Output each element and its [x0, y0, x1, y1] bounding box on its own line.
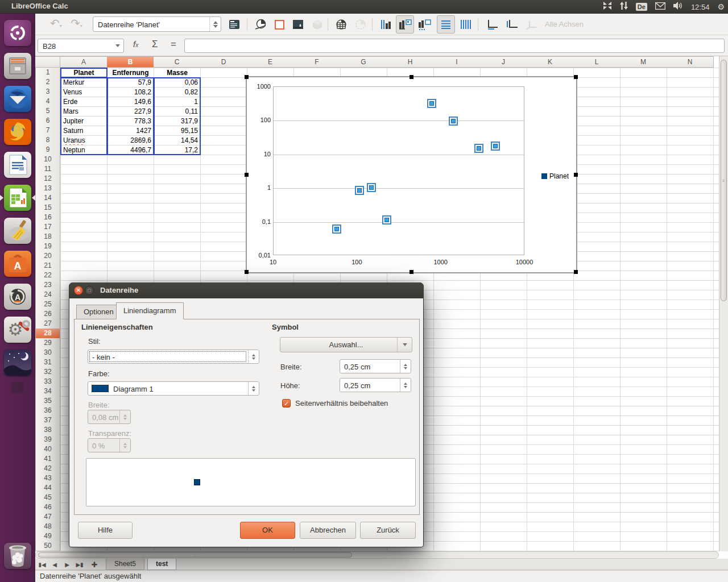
horizontal-grids-button[interactable]: [437, 15, 455, 34]
row-header-9[interactable]: 9: [35, 145, 60, 155]
row-header-26[interactable]: 26: [35, 309, 60, 319]
row-header-46[interactable]: 46: [35, 502, 60, 513]
style-combobox-spin[interactable]: [248, 350, 259, 363]
row-header-6[interactable]: 6: [35, 116, 60, 126]
row-header-49[interactable]: 49: [35, 531, 60, 542]
column-header-N[interactable]: N: [667, 56, 714, 68]
row-header-10[interactable]: 10: [35, 155, 60, 165]
chart-selection-handle[interactable]: [574, 75, 578, 79]
row-header-8[interactable]: 8: [35, 135, 60, 146]
symbol-select-dropdown-icon[interactable]: [397, 338, 412, 352]
keyboard-layout-indicator[interactable]: De: [636, 3, 647, 11]
indicator-pinwheel-icon[interactable]: [603, 2, 612, 12]
cell-C1[interactable]: Masse: [154, 68, 200, 77]
row-header-19[interactable]: 19: [35, 242, 60, 252]
volume-icon[interactable]: [673, 2, 683, 12]
column-header-K[interactable]: K: [527, 56, 574, 68]
launcher-item-firefox[interactable]: [4, 119, 31, 145]
network-updown-icon[interactable]: [620, 2, 628, 12]
row-header-34[interactable]: 34: [35, 386, 60, 397]
cancel-button[interactable]: Abbrechen: [300, 522, 356, 539]
dialog-title-bar[interactable]: ✕ ▢ Datenreihe: [69, 282, 424, 298]
chart-type-button[interactable]: [251, 15, 270, 34]
z-axis-button[interactable]: [522, 15, 540, 34]
chart-object[interactable]: Planet 0,010,1110100100010100100010000: [246, 76, 577, 273]
chart-selection-handle[interactable]: [245, 270, 249, 274]
name-box-dropdown[interactable]: [112, 39, 123, 52]
sum-button[interactable]: Σ: [152, 39, 158, 50]
all-axes-button[interactable]: Alle Achsen: [545, 20, 584, 28]
launcher-item-screensaver[interactable]: [4, 350, 31, 376]
data-point-saturn[interactable]: [451, 119, 456, 123]
launcher-item-file-manager[interactable]: [4, 53, 31, 79]
row-header-39[interactable]: 39: [35, 435, 60, 445]
launcher-item-writer[interactable]: [4, 152, 31, 178]
color-combobox[interactable]: Diagramm 1: [88, 381, 259, 396]
row-header-37[interactable]: 37: [35, 415, 60, 426]
launcher-item-system-settings[interactable]: ⚙: [4, 317, 31, 343]
last-sheet-button[interactable]: ▶▮: [75, 560, 84, 569]
sheet-tab-sheet5[interactable]: Sheet5: [106, 559, 144, 570]
data-table-button[interactable]: [332, 15, 350, 34]
message-envelope-icon[interactable]: [655, 2, 665, 12]
row-header-33[interactable]: 33: [35, 377, 60, 387]
data-point-erde[interactable]: [369, 185, 374, 190]
chart-3d-view-button[interactable]: [308, 15, 326, 34]
row-header-3[interactable]: 3: [35, 87, 60, 97]
back-button[interactable]: Zurück: [360, 522, 416, 539]
row-header-25[interactable]: 25: [35, 300, 60, 310]
symbol-width-spin-buttons[interactable]: [400, 360, 411, 373]
row-header-31[interactable]: 31: [35, 357, 60, 368]
column-header-J[interactable]: J: [480, 56, 527, 68]
help-button[interactable]: Hilfe: [78, 522, 133, 539]
row-header-45[interactable]: 45: [35, 493, 60, 503]
prev-sheet-button[interactable]: ◀: [50, 560, 59, 569]
launcher-item-calc[interactable]: [4, 185, 31, 211]
launcher-item-software-updater[interactable]: A: [4, 284, 31, 310]
row-header-15[interactable]: 15: [35, 203, 60, 213]
next-sheet-button[interactable]: ▶: [63, 560, 72, 569]
column-header-M[interactable]: M: [620, 56, 667, 68]
row-header-1[interactable]: 1: [35, 68, 60, 78]
titles-on-off-button[interactable]: [377, 15, 395, 34]
chart-selection-handle[interactable]: [245, 173, 249, 177]
undo-button[interactable]: ↶▾: [50, 18, 62, 32]
row-header-20[interactable]: 20: [35, 251, 60, 261]
vertical-scrollbar[interactable]: ≡: [719, 56, 728, 551]
launcher-item-software-center[interactable]: A: [4, 251, 31, 277]
row-header-28[interactable]: 28: [35, 329, 60, 339]
cell-B1[interactable]: Entfernung: [107, 68, 154, 77]
input-line[interactable]: [184, 39, 725, 53]
function-wizard-button[interactable]: fx: [133, 39, 138, 49]
launcher-item-faded-app[interactable]: [11, 382, 24, 393]
dialog-restore-icon[interactable]: ▢: [85, 286, 94, 295]
column-header-I[interactable]: I: [433, 56, 481, 68]
row-header-13[interactable]: 13: [35, 184, 60, 194]
tab-optionen[interactable]: Optionen: [76, 305, 121, 319]
column-header-A[interactable]: A: [60, 56, 107, 68]
column-header-C[interactable]: C: [154, 56, 201, 68]
keep-ratio-checkbox[interactable]: ✓: [282, 399, 291, 408]
row-header-38[interactable]: 38: [35, 425, 60, 435]
first-sheet-button[interactable]: ▮◀: [38, 560, 47, 569]
data-in-rows-button[interactable]: [351, 15, 370, 34]
chart-area-button[interactable]: [270, 15, 288, 34]
selection-combobox-spin[interactable]: [209, 17, 221, 31]
chart-plot-area[interactable]: [273, 86, 524, 255]
chart-selection-handle[interactable]: [574, 173, 578, 177]
row-header-32[interactable]: 32: [35, 367, 60, 377]
launcher-item-trash[interactable]: [4, 543, 31, 569]
x-axis-button[interactable]: [483, 15, 502, 34]
row-header-44[interactable]: 44: [35, 483, 60, 493]
tab-liniendiagramm[interactable]: Liniendiagramm: [116, 302, 184, 319]
row-header-16[interactable]: 16: [35, 213, 60, 223]
chart-selection-handle[interactable]: [410, 270, 413, 274]
row-header-17[interactable]: 17: [35, 222, 60, 232]
column-header-L[interactable]: L: [573, 56, 621, 68]
symbol-width-spinner[interactable]: 0,25 cm: [340, 359, 411, 373]
row-header-29[interactable]: 29: [35, 338, 60, 348]
row-header-42[interactable]: 42: [35, 464, 60, 474]
select-all-corner[interactable]: [35, 56, 60, 68]
chart-legend[interactable]: Planet: [541, 172, 569, 180]
redo-button[interactable]: ↷▾: [71, 18, 82, 32]
